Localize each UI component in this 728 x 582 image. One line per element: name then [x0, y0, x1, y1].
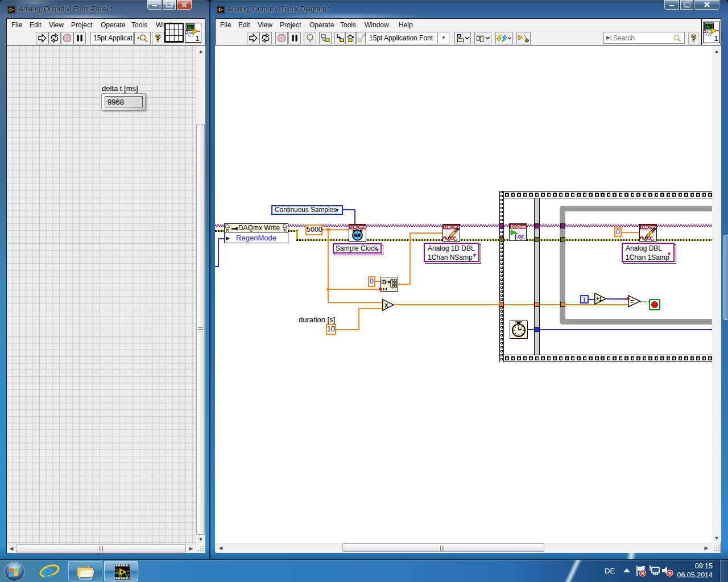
- svg-text:1: 1: [196, 34, 200, 42]
- svg-text:DAQmx: DAQmx: [511, 224, 527, 229]
- svg-text:DAQmx: DAQmx: [350, 225, 366, 230]
- svg-text:13:0: 13:0: [355, 234, 362, 238]
- svg-text:+1: +1: [596, 296, 602, 302]
- svg-text:=: =: [630, 298, 634, 305]
- svg-text:?!: ?!: [283, 228, 287, 232]
- svg-text:x: x: [384, 301, 388, 309]
- svg-text:?!: ?!: [226, 228, 229, 232]
- svg-text:1: 1: [714, 34, 718, 42]
- svg-text:e: e: [43, 563, 53, 580]
